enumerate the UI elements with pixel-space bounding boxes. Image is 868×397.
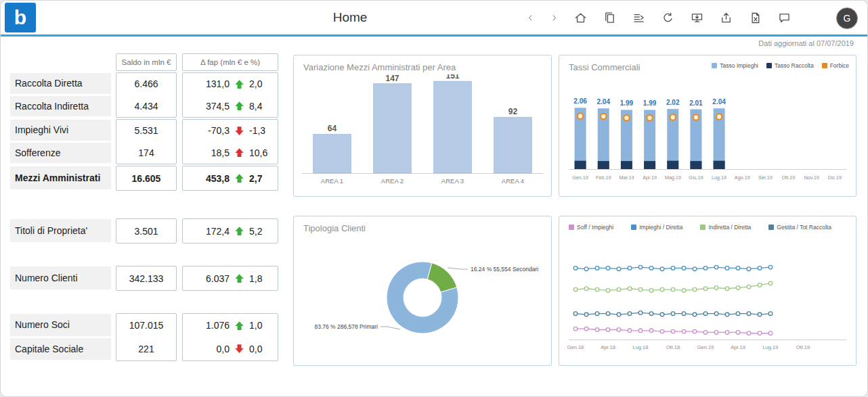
svg-text:2.01: 2.01 [689, 99, 703, 107]
home-icon[interactable] [573, 11, 588, 25]
svg-text:AREA 3: AREA 3 [441, 177, 464, 185]
share-icon[interactable] [719, 11, 733, 25]
kpi-delta-pct: 8,4 [244, 101, 272, 112]
fit-screen-icon[interactable] [690, 11, 704, 25]
svg-text:Ott.18: Ott.18 [666, 344, 680, 350]
kpi-row-label: Raccolta Diretta [10, 73, 111, 94]
legend-item-forbice[interactable]: Forbice [822, 62, 849, 69]
kpi-row-label: Numero Clienti [10, 266, 111, 289]
trend-up-icon [234, 226, 244, 236]
panel-tassi-commerciali: Tassi Commerciali Tasso ImpieghiTasso Ra… [559, 55, 856, 197]
svg-text:16.24 % 55,554 Secondari: 16.24 % 55,554 Secondari [471, 266, 538, 273]
legend-item-gestita-tot-raccolta[interactable]: Gestita / Tot Raccolta [768, 224, 831, 231]
kpi-delta-row: 453,82,7 [183, 166, 278, 190]
kpi-saldo-box: 6.4664.434 [116, 72, 177, 118]
kpi-row-label: Impieghi Vivi [10, 120, 111, 141]
kpi-delta-row: 374,58,4 [183, 95, 278, 118]
svg-text:Set.19: Set.19 [758, 174, 773, 181]
excel-export-icon[interactable] [748, 11, 762, 25]
kpi-delta-row: 6.0371,8 [183, 266, 278, 290]
svg-text:92: 92 [508, 107, 518, 116]
kpi-delta-row: 131,02,0 [183, 73, 278, 95]
app-logo[interactable]: b [5, 3, 36, 32]
tipologia-donut-chart[interactable]: 16.24 % 55,554 Secondari83.76 % 286,578 … [294, 216, 551, 365]
comments-icon[interactable] [777, 11, 791, 25]
panel-tipologia-clienti: Tipologia Clienti 16.24 % 55,554 Seconda… [293, 216, 552, 366]
legend-item-soff-impieghi[interactable]: Soff / Impieghi [569, 224, 613, 231]
kpi-row-label: Raccolta Indiretta [10, 96, 111, 117]
svg-text:Ott.19: Ott.19 [782, 174, 796, 181]
chart-title-variazione: Variazione Mezzi Amministrati per Area [303, 62, 456, 72]
legend-marker [700, 225, 706, 230]
kpi-row-label: Numero Soci [10, 314, 111, 336]
kpi-delta-value: 131,0 [188, 78, 234, 89]
legend-label: Tasso Impieghi [720, 62, 758, 69]
kpi-delta-value: 172,4 [188, 226, 234, 237]
legend-marker [822, 63, 827, 68]
svg-text:Mag.19: Mag.19 [665, 174, 681, 181]
kpi-delta-box: 1.0761,00,00,0 [182, 313, 278, 361]
variazione-bar-chart[interactable]: 64AREA 1147AREA 2151AREA 392AREA 4 [302, 74, 543, 195]
svg-text:2.04: 2.04 [712, 98, 726, 106]
legend-item-indiretta-diretta[interactable]: Indiretta / Diretta [700, 224, 751, 231]
saldo-column-header: Saldo in mln € [116, 53, 177, 71]
legend-label: Tasso Raccolta [775, 62, 814, 69]
legend-label: Impieghi / Diretta [639, 224, 682, 231]
legend-item-tasso-impieghi[interactable]: Tasso Impieghi [712, 62, 758, 69]
kpi-delta-value: 1.076 [188, 320, 234, 331]
svg-text:2.04: 2.04 [597, 98, 611, 106]
svg-text:Ott.19: Ott.19 [796, 344, 810, 350]
user-avatar[interactable]: G [836, 7, 858, 29]
kpi-saldo-value: 342.133 [116, 266, 176, 290]
kpi-delta-row: 1.0761,0 [183, 314, 278, 337]
kpi-delta-pct: -1,3 [244, 125, 272, 136]
kpi-row-label: Capitale Sociale [10, 338, 111, 360]
svg-text:Lug.19: Lug.19 [712, 174, 726, 181]
svg-text:Apr.19: Apr.19 [643, 174, 657, 181]
tassi-stacked-bar-chart[interactable]: Gen.19Feb.19Mar.19Apr.19Mag.19Giu.19Lug.… [569, 77, 846, 193]
kpi-delta-value: 453,8 [188, 173, 234, 184]
svg-text:Feb.19: Feb.19 [596, 174, 611, 181]
legend-marker [569, 225, 574, 230]
kpi-delta-row: 18,510,6 [183, 142, 278, 164]
lines-legend: Soff / ImpieghiImpieghi / DirettaIndiret… [569, 224, 831, 231]
kpi-delta-pct: 1,8 [244, 273, 272, 284]
svg-text:Lug.18: Lug.18 [633, 344, 649, 350]
chart-title-tassi: Tassi Commerciali [569, 62, 640, 72]
kpi-row-label: Titoli di Proprieta' [10, 219, 111, 242]
kpi-row-label: Mezzi Amministrati [10, 166, 111, 189]
kpi-saldo-box: 16.605 [116, 166, 177, 191]
legend-marker [768, 225, 774, 230]
kpi-delta-pct: 0,0 [244, 344, 272, 354]
kpi-saldo-value: 6.466 [116, 73, 176, 95]
kpi-delta-value: 18,5 [188, 147, 234, 158]
indici-line-chart[interactable]: Gen.18Apr.18Lug.18Ott.18Gen.19Apr.19Lug.… [559, 243, 856, 363]
svg-text:151: 151 [446, 74, 459, 80]
kpi-delta-value: 374,5 [188, 101, 234, 112]
legend-label: Indiretta / Diretta [708, 224, 751, 231]
legend-item-impieghi-diretta[interactable]: Impieghi / Diretta [631, 224, 682, 231]
kpi-saldo-box: 5.531174 [116, 119, 177, 164]
trend-up-icon [234, 101, 244, 111]
kpi-saldo-value: 5.531 [116, 120, 176, 142]
kpi-row-label: Sofferenze [10, 143, 111, 164]
kpi-delta-pct: 10,6 [244, 147, 272, 158]
kpi-delta-box: 453,82,7 [182, 166, 278, 191]
svg-text:Gen.18: Gen.18 [567, 344, 584, 350]
svg-text:Nov.19: Nov.19 [804, 174, 819, 181]
kpi-delta-box: 131,02,0374,58,4 [182, 72, 278, 118]
data-updated-label: Dati aggiornati al 07/07/2019 [758, 39, 854, 47]
svg-text:83.76 % 286,578 Primari: 83.76 % 286,578 Primari [314, 323, 378, 330]
forward-icon[interactable] [550, 11, 559, 25]
back-icon[interactable] [526, 11, 535, 25]
svg-text:64: 64 [328, 124, 337, 133]
refresh-icon[interactable] [661, 11, 675, 25]
legend-item-tasso-raccolta[interactable]: Tasso Raccolta [766, 62, 814, 69]
export-list-icon[interactable] [632, 11, 646, 25]
panel-variazione-mezzi: Variazione Mezzi Amministrati per Area 6… [293, 55, 552, 197]
kpi-delta-box: 172,45,2 [182, 218, 278, 243]
kpi-delta-pct: 2,0 [244, 78, 272, 89]
pages-icon[interactable] [603, 11, 617, 25]
trend-down-icon [234, 126, 244, 136]
kpi-delta-pct: 5,2 [244, 226, 272, 237]
